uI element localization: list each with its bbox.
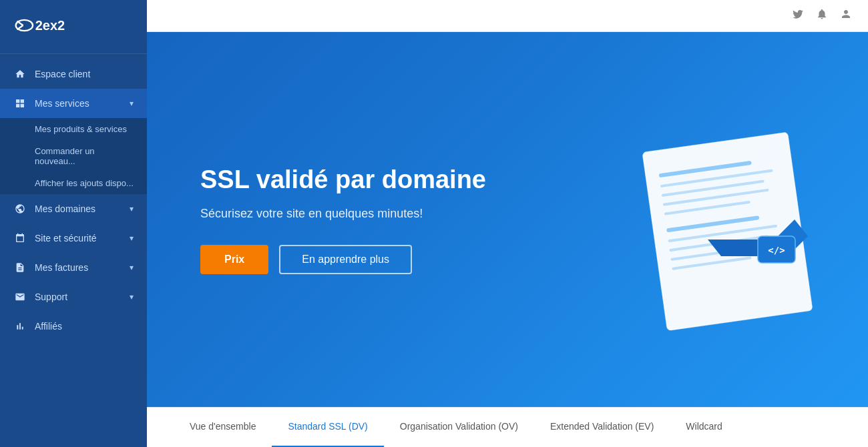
top-bar: [147, 0, 868, 32]
sidebar-item-label: Support: [35, 292, 130, 302]
chevron-icon: ▾: [130, 204, 134, 213]
sidebar-item-site-securite[interactable]: Site et sécurité ▾: [0, 223, 147, 253]
svg-text:2ex2: 2ex2: [35, 18, 65, 33]
mes-services-submenu: Mes produits & services Commander un nou…: [0, 118, 147, 194]
sidebar-item-affilies[interactable]: Affiliés: [0, 312, 147, 341]
main-content: SSL validé par domaine Sécurisez votre s…: [147, 0, 868, 447]
top-bar-icons: [792, 8, 852, 23]
sidebar-item-label: Mes services: [35, 98, 130, 109]
sidebar-item-mes-services[interactable]: Mes services ▾: [0, 89, 147, 118]
sidebar-navigation: Espace client Mes services ▾ Mes produit…: [0, 54, 147, 447]
chevron-icon: ▾: [130, 263, 134, 272]
sidebar-item-label: Site et sécurité: [35, 233, 130, 244]
tab-vue-ensemble[interactable]: Vue d'ensemble: [174, 408, 272, 448]
sidebar-item-label: Espace client: [35, 69, 134, 79]
hero-illustration: </>: [588, 32, 868, 407]
calendar-icon: [13, 232, 27, 245]
svg-line-2: [17, 25, 23, 29]
tab-org-validation[interactable]: Organisation Validation (OV): [384, 408, 534, 448]
sidebar-item-mes-domaines[interactable]: Mes domaines ▾: [0, 194, 147, 223]
tab-wildcard[interactable]: Wildcard: [670, 408, 738, 448]
file-icon: [13, 261, 27, 274]
sidebar-item-support[interactable]: Support ▾: [0, 282, 147, 312]
submenu-item-mes-produits[interactable]: Mes produits & services: [0, 118, 147, 140]
grid-icon: [13, 97, 27, 110]
submenu-item-afficher[interactable]: Afficher les ajouts dispo...: [0, 172, 147, 194]
hero-title: SSL validé par domaine: [200, 165, 574, 195]
twitter-icon[interactable]: [792, 8, 804, 23]
sidebar-item-label: Mes domaines: [35, 203, 130, 214]
bell-icon[interactable]: [816, 8, 828, 23]
globe-icon: [13, 202, 27, 215]
user-icon[interactable]: [840, 8, 852, 23]
tabs-navigation: Vue d'ensemble Standard SSL (DV) Organis…: [147, 407, 868, 447]
chevron-icon: ▾: [130, 99, 134, 108]
sidebar-item-label: Mes factures: [35, 262, 130, 273]
tab-extended-validation[interactable]: Extended Validation (EV): [534, 408, 670, 448]
sidebar-item-espace-client[interactable]: Espace client: [0, 59, 147, 89]
chevron-icon: ▾: [130, 234, 134, 243]
hero-subtitle: Sécurisez votre site en quelques minutes…: [200, 207, 521, 221]
svg-line-1: [17, 21, 23, 25]
mail-icon: [13, 290, 27, 304]
submenu-item-commander[interactable]: Commander un nouveau...: [0, 140, 147, 172]
sidebar-item-mes-factures[interactable]: Mes factures ▾: [0, 253, 147, 282]
sidebar-item-label: Affiliés: [35, 321, 134, 332]
bar-chart-icon: [13, 320, 27, 333]
logo[interactable]: 2ex2: [0, 0, 147, 54]
prix-button[interactable]: Prix: [200, 245, 268, 274]
chevron-icon: ▾: [130, 292, 134, 302]
learn-more-button[interactable]: En apprendre plus: [279, 245, 412, 274]
home-icon: [13, 67, 27, 81]
sidebar: 2ex2 Espace client Mes services ▾ Mes pr…: [0, 0, 147, 447]
hero-section: SSL validé par domaine Sécurisez votre s…: [147, 32, 868, 407]
tab-standard-ssl[interactable]: Standard SSL (DV): [272, 408, 383, 448]
svg-text:</>: </>: [768, 245, 785, 256]
